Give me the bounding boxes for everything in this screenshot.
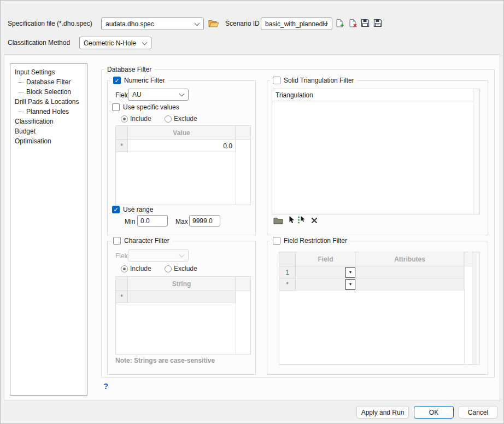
tree-item-optimisation[interactable]: Optimisation <box>10 136 87 146</box>
numeric-include-row: Include <box>121 115 151 123</box>
radio-dot <box>123 118 126 120</box>
field-cell[interactable]: ▼ <box>296 278 356 291</box>
open-folder-icon <box>208 19 219 30</box>
numeric-include-label: Include <box>130 115 151 123</box>
grid-scrollbar-track[interactable] <box>464 252 479 364</box>
tree-item-planned-holes[interactable]: Planned Holes <box>10 107 87 117</box>
use-range-checkbox[interactable]: ✓ <box>112 206 120 213</box>
character-exclude-label: Exclude <box>174 265 197 272</box>
grid-corner-cell <box>116 277 128 291</box>
tree-item-label: Optimisation <box>15 137 51 145</box>
field-cell[interactable]: ▼ <box>296 266 356 278</box>
use-specific-values-checkbox[interactable] <box>112 103 120 111</box>
solid-triangulation-checkbox[interactable] <box>273 77 280 84</box>
triangulation-pick-multi-button[interactable] <box>296 216 307 225</box>
tree-item-block-selection[interactable]: Block Selection <box>10 87 87 97</box>
save-as-icon <box>373 19 382 29</box>
triangulation-list[interactable]: Triangulation <box>272 89 480 214</box>
list-scrollbar-track[interactable] <box>473 89 479 214</box>
tree-item-budget[interactable]: Budget <box>10 126 87 136</box>
attributes-cell[interactable] <box>356 266 464 278</box>
numeric-field-combobox[interactable]: AU <box>128 89 189 101</box>
numeric-field-value: AU <box>132 91 142 98</box>
grid-scrollbar-header <box>236 277 250 291</box>
help-button[interactable]: ? <box>103 381 108 391</box>
attributes-cell[interactable] <box>356 278 464 291</box>
classification-method-label: Classification Method <box>8 39 70 47</box>
numeric-exclude-row: Exclude <box>165 115 197 123</box>
radio-dot <box>123 268 126 270</box>
max-input[interactable] <box>189 215 220 226</box>
solid-triangulation-title: Solid Triangulation Filter <box>284 77 354 84</box>
use-range-row: ✓ Use range <box>112 206 153 213</box>
triangulation-load-button[interactable] <box>272 217 284 226</box>
delete-x-icon <box>311 217 318 225</box>
grid-corner-cell <box>116 126 128 140</box>
field-restriction-title: Field Restriction Filter <box>284 237 347 245</box>
character-include-row: Include <box>121 265 151 272</box>
min-label: Min <box>125 218 135 225</box>
classification-method-combobox[interactable]: Geometric N-Hole <box>79 37 151 49</box>
chevron-down-icon <box>142 39 148 45</box>
apply-and-run-button[interactable]: Apply and Run <box>356 406 409 419</box>
field-restriction-header: Field Restriction Filter <box>270 236 350 245</box>
row-selector-cell[interactable]: * <box>279 278 296 291</box>
grid-scrollbar-track[interactable] <box>236 126 250 205</box>
solid-triangulation-header: Solid Triangulation Filter <box>270 75 357 85</box>
numeric-filter-checkbox[interactable]: ✓ <box>113 77 121 84</box>
character-field-combobox[interactable] <box>128 249 189 262</box>
save-icon <box>361 19 370 29</box>
new-document-icon <box>335 19 344 30</box>
grid-scrollbar-track[interactable] <box>236 277 250 354</box>
save-as-scenario-button[interactable] <box>372 18 384 30</box>
row-selector-cell[interactable]: 1 <box>279 266 296 278</box>
delete-document-icon <box>348 19 358 30</box>
scrollbar-inner-track[interactable] <box>472 252 479 364</box>
tree-item-label: Planned Holes <box>26 108 69 115</box>
save-scenario-button[interactable] <box>359 18 371 30</box>
character-include-radio[interactable] <box>121 265 128 272</box>
numeric-include-radio[interactable] <box>121 115 128 123</box>
min-input[interactable] <box>137 215 168 226</box>
case-sensitive-note: Note: Strings are case-sensitive <box>115 357 215 364</box>
spec-file-label: Specification file (*.dho.spec) <box>8 20 92 27</box>
tree-item-input-settings[interactable]: Input Settings <box>10 67 87 77</box>
tree-item-database-filter[interactable]: Database Filter <box>10 77 87 87</box>
field-column-header: Field <box>296 252 356 266</box>
field-restriction-checkbox[interactable] <box>273 237 280 245</box>
tree-item-label: Block Selection <box>26 88 71 96</box>
tree-item-classification[interactable]: Classification <box>10 117 87 126</box>
settings-tree: Input Settings Database Filter Block Sel… <box>10 63 87 396</box>
character-include-label: Include <box>130 265 151 272</box>
scenario-id-value: basic_with_plannedH <box>265 20 327 28</box>
field-dropdown-button[interactable]: ▼ <box>345 267 355 278</box>
database-filter-group-label: Database Filter <box>104 65 154 74</box>
scenario-id-combobox[interactable]: basic_with_plannedH <box>261 18 332 30</box>
value-cell[interactable]: 0.0 <box>128 140 236 152</box>
attributes-column-header: Attributes <box>356 252 464 266</box>
numeric-exclude-radio[interactable] <box>165 115 172 123</box>
triangulation-pick-button[interactable] <box>288 216 295 225</box>
folder-icon <box>273 217 283 226</box>
cursor-icon <box>289 216 295 225</box>
classification-method-value: Geometric N-Hole <box>84 39 136 47</box>
value-column-header: Value <box>128 126 236 140</box>
character-filter-title: Character Filter <box>124 237 169 245</box>
row-selector-cell[interactable]: * <box>116 140 128 152</box>
grid-corner-cell <box>279 252 296 266</box>
tree-item-drill-pads[interactable]: Drill Pads & Locations <box>10 97 87 107</box>
spec-file-combobox[interactable]: audata.dho.spec <box>101 18 204 30</box>
new-scenario-button[interactable] <box>333 18 345 30</box>
triangulation-remove-button[interactable] <box>310 217 318 225</box>
browse-spec-button[interactable] <box>208 18 220 30</box>
row-selector-cell[interactable]: * <box>116 291 128 303</box>
use-range-label: Use range <box>123 206 153 213</box>
ok-button[interactable]: OK <box>414 406 454 419</box>
character-exclude-radio[interactable] <box>165 265 172 272</box>
string-cell[interactable] <box>128 291 236 303</box>
character-filter-checkbox[interactable] <box>113 237 121 245</box>
delete-scenario-button[interactable] <box>347 18 359 30</box>
cancel-button[interactable]: Cancel <box>459 406 497 419</box>
character-filter-header: Character Filter <box>110 236 172 245</box>
field-dropdown-button[interactable]: ▼ <box>345 279 355 290</box>
